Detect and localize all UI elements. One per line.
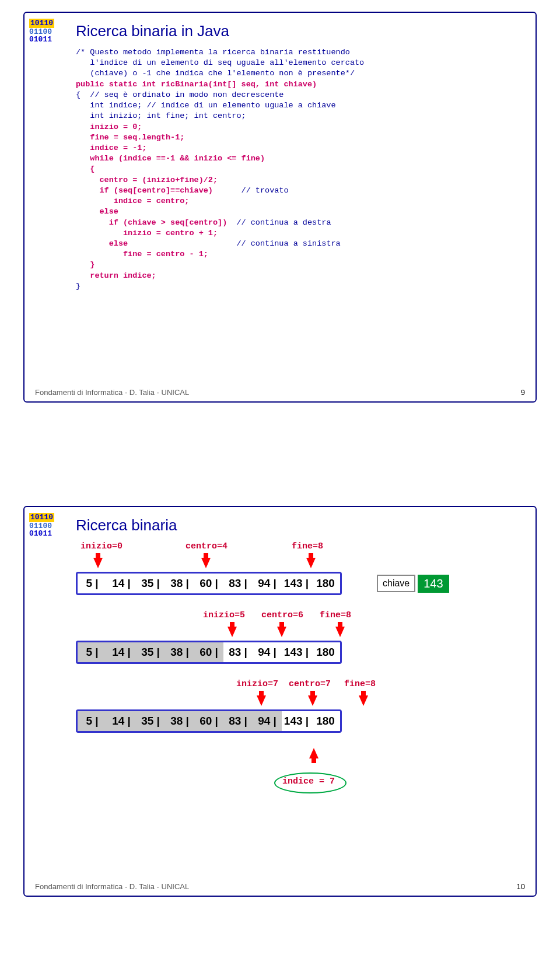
- footer-text: Fondamenti di Informatica - D. Talia - U…: [35, 882, 189, 891]
- sequence-cell: 14 |: [107, 711, 136, 731]
- sequence-cell: 38 |: [165, 574, 194, 593]
- logo-row1: 10110: [29, 513, 54, 522]
- sequence-cell: 38 |: [165, 642, 194, 662]
- code-red4: fine = centro - 1; } return indice;: [76, 250, 208, 279]
- sequence-cell: 94 |: [253, 711, 282, 731]
- search-step: inizio=5centro=6fine=85 |14 |35 |38 |60 …: [76, 610, 525, 664]
- down-arrow-icon: [228, 627, 237, 637]
- sequence-cell: 94 |: [253, 574, 282, 593]
- sequence-cell: 83 |: [223, 642, 253, 662]
- sequence-cell: 14 |: [107, 642, 136, 662]
- logo-row3: 01011: [29, 35, 52, 44]
- sequence-cell: 35 |: [136, 711, 165, 731]
- down-arrow-icon: [201, 558, 211, 568]
- down-arrow-icon: [93, 558, 103, 568]
- code-comment: /* Questo metodo implementa la ricerca b…: [76, 48, 364, 78]
- sequence-box: 5 |14 |35 |38 |60 |83 |94 |143 |180: [76, 572, 342, 595]
- sequence-cell: 14 |: [107, 574, 136, 593]
- sequence-box: 5 |14 |35 |38 |60 |83 |94 |143 |180: [76, 709, 342, 733]
- slide-footer: Fondamenti di Informatica - D. Talia - U…: [35, 388, 525, 397]
- code-red2: indice = centro; else if (chiave > seq[c…: [76, 197, 227, 226]
- pointer-label: centro=4: [186, 541, 228, 551]
- search-step: inizio=0centro=4fine=85 |14 |35 |38 |60 …: [76, 541, 525, 595]
- down-arrow-icon: [277, 627, 286, 637]
- arrows-row: [76, 554, 525, 572]
- indice-result-label: indice = 7: [282, 777, 335, 786]
- code-cmt-destra: // continua a destra: [227, 218, 331, 227]
- sequence-cell: 143 |: [282, 711, 311, 731]
- sequence-cell: 94 |: [253, 642, 282, 662]
- sequence-cell: 83 |: [223, 574, 253, 593]
- sequence-box: 5 |14 |35 |38 |60 |83 |94 |143 |180: [76, 641, 342, 664]
- result-block: indice = 7: [76, 748, 525, 800]
- logo-decoration: 10110 01100 01011: [29, 513, 61, 538]
- sequence-cell: 5 |: [78, 574, 107, 593]
- sequence-cell: 35 |: [136, 574, 165, 593]
- logo-row3: 01011: [29, 529, 52, 538]
- sequence-cell: 35 |: [136, 642, 165, 662]
- code-cmt-sinistra: // continua a sinistra: [128, 239, 341, 248]
- code-body1: { // seq è ordinato in modo non decresce…: [76, 90, 336, 120]
- slide-title: Ricerca binaria in Java: [76, 22, 525, 40]
- sequence-cell: 60 |: [194, 642, 223, 662]
- pointer-label: fine=8: [344, 679, 376, 689]
- pointer-label: centro=7: [289, 679, 331, 689]
- sequence-cell: 83 |: [223, 711, 253, 731]
- sequence-cell: 180: [311, 574, 340, 593]
- slide-title: Ricerca binaria: [76, 516, 525, 534]
- footer-text: Fondamenti di Informatica - D. Talia - U…: [35, 388, 189, 397]
- sequence-cell: 5 |: [78, 711, 107, 731]
- pointer-label: centro=6: [261, 610, 303, 620]
- down-arrow-icon: [257, 695, 266, 706]
- page-number: 10: [517, 882, 525, 891]
- chiave-value: 143: [418, 575, 449, 593]
- sequence-cell: 180: [311, 642, 340, 662]
- sequence-cell: 60 |: [194, 711, 223, 731]
- step-labels: inizio=7centro=7fine=8: [76, 679, 525, 692]
- logo-row1: 10110: [29, 19, 54, 28]
- down-arrow-icon: [308, 695, 317, 706]
- code-cmt-trovato: // trovato: [213, 186, 289, 195]
- down-arrow-icon: [306, 558, 316, 568]
- up-arrow-icon: [309, 748, 318, 758]
- arrows-row: [76, 692, 525, 709]
- pointer-label: inizio=0: [80, 541, 123, 551]
- code-block: /* Questo metodo implementa la ricerca b…: [76, 47, 525, 292]
- sequence-cell: 38 |: [165, 711, 194, 731]
- sequence-cell: 5 |: [78, 642, 107, 662]
- sequence-cell: 180: [311, 711, 340, 731]
- page-number: 9: [521, 388, 525, 397]
- sequence-cell: 143 |: [282, 574, 311, 593]
- slide-footer: Fondamenti di Informatica - D. Talia - U…: [35, 882, 525, 891]
- chiave-group: chiave143: [377, 575, 449, 593]
- pointer-label: fine=8: [320, 610, 351, 620]
- code-close: }: [76, 282, 80, 291]
- step-labels: inizio=0centro=4fine=8: [76, 541, 525, 554]
- arrows-row: [76, 623, 525, 641]
- pointer-label: fine=8: [292, 541, 323, 551]
- binary-search-steps: inizio=0centro=4fine=85 |14 |35 |38 |60 …: [76, 541, 525, 800]
- step-labels: inizio=5centro=6fine=8: [76, 610, 525, 623]
- pointer-label: inizio=5: [203, 610, 245, 620]
- code-red1: inizio = 0; fine = seq.length-1; indice …: [76, 123, 265, 195]
- logo-decoration: 10110 01100 01011: [29, 19, 61, 44]
- search-step: inizio=7centro=7fine=85 |14 |35 |38 |60 …: [76, 679, 525, 733]
- pointer-label: inizio=7: [236, 679, 278, 689]
- code-signature: public static int ricBinaria(int[] seq, …: [76, 80, 317, 89]
- chiave-label: chiave: [377, 575, 415, 592]
- down-arrow-icon: [359, 695, 368, 706]
- sequence-cell: 60 |: [194, 574, 223, 593]
- sequence-cell: 143 |: [282, 642, 311, 662]
- down-arrow-icon: [335, 627, 345, 637]
